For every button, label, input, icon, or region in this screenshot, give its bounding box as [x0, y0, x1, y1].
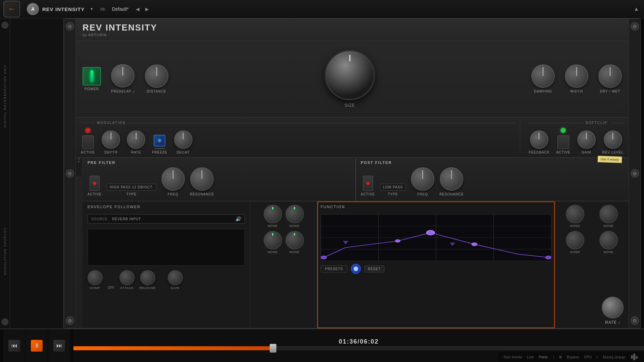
- mid-knob-2[interactable]: [285, 205, 304, 223]
- right-label-2: NONE: [603, 224, 613, 228]
- record-button[interactable]: [351, 264, 361, 274]
- power-button[interactable]: [83, 67, 101, 85]
- pause-icon: ⏸: [31, 340, 43, 352]
- comp-knob[interactable]: [88, 270, 103, 285]
- feedback-knob[interactable]: [530, 130, 548, 149]
- mid-led-3: [272, 233, 273, 236]
- plugin-dropdown-arrow[interactable]: ▼: [90, 7, 94, 11]
- mid-label-4: NONE: [289, 250, 300, 254]
- right-knob-2[interactable]: [599, 205, 618, 223]
- panic-label[interactable]: Panic: [539, 355, 548, 359]
- source-selector[interactable]: SOURCE: REVERB INPUT 🔊: [88, 214, 245, 224]
- source-label: SOURCE:: [91, 217, 109, 221]
- pre-filter-type-button[interactable]: HIGH PASS 12 DB/OCT.: [107, 184, 156, 191]
- skip-forward-icon: ⏭: [53, 340, 65, 352]
- release-knob[interactable]: [140, 270, 155, 285]
- right-knob-3[interactable]: [566, 231, 584, 249]
- reset-button[interactable]: RESET: [364, 265, 384, 273]
- mid-led-4: [294, 233, 295, 236]
- arturia-logo: A: [27, 3, 39, 15]
- predelay-knob[interactable]: [111, 64, 135, 87]
- svg-point-8: [427, 230, 434, 235]
- softclip-gain-group: GAIN: [577, 130, 596, 154]
- expand-button[interactable]: ▲: [632, 4, 641, 14]
- pre-filter-led: [93, 182, 96, 185]
- settings-right-bottom[interactable]: ⚙: [631, 316, 639, 325]
- pre-filter-freq-knob[interactable]: [161, 167, 185, 191]
- pause-button[interactable]: ⏸: [26, 329, 48, 362]
- decay-knob[interactable]: [174, 130, 193, 149]
- softclip-gain-label: GAIN: [582, 150, 591, 154]
- softclip-gain-knob[interactable]: [577, 130, 596, 149]
- time-display: 01:36/06:02: [339, 338, 379, 345]
- plugin-area: ⚙ ⚙ ⚙ ⚙ ⚙ ⚙ FILTERS REV INTENSITY by ART…: [64, 18, 641, 328]
- preset-path: III\: [100, 7, 105, 12]
- mid-knob-2-group: NONE: [285, 205, 304, 228]
- mid-knob-4-group: NONE: [285, 231, 304, 254]
- mod-active-led[interactable]: [86, 128, 90, 133]
- mod-depth-knob[interactable]: [102, 130, 120, 149]
- mid-knob-1[interactable]: [264, 205, 282, 223]
- env-gain-knob[interactable]: [168, 270, 183, 285]
- post-filter-res-group: RESONANCE: [439, 167, 464, 196]
- decay-group: DECAY: [174, 130, 193, 154]
- settings-icon-top[interactable]: ⚙: [66, 22, 74, 31]
- settings-icon-bottom[interactable]: ⚙: [66, 316, 74, 325]
- pre-filter-active-button[interactable]: [90, 176, 100, 191]
- post-filter-active-button[interactable]: [363, 176, 373, 191]
- mid-knob-4[interactable]: [285, 231, 304, 249]
- size-knob[interactable]: [325, 50, 375, 100]
- post-filter-freq-group: FREQ: [411, 167, 434, 196]
- post-filter-active-label: ACTIVE: [361, 192, 375, 196]
- distance-knob[interactable]: [145, 64, 168, 88]
- mod-rate-knob[interactable]: [127, 130, 145, 149]
- post-filter-type-button[interactable]: LOW PASS: [380, 184, 406, 191]
- release-label: RELEASE: [140, 286, 156, 290]
- next-preset-button[interactable]: ▶: [143, 6, 151, 12]
- post-filter-freq-knob[interactable]: [411, 167, 434, 191]
- rate-knob[interactable]: [602, 297, 624, 318]
- back-button[interactable]: ←: [3, 1, 20, 17]
- presets-button[interactable]: PRESETS: [321, 265, 347, 273]
- record-inner: [354, 266, 358, 271]
- settings-icon-filters[interactable]: ⚙: [66, 169, 74, 178]
- right-knob-1[interactable]: [566, 205, 584, 223]
- progress-thumb[interactable]: [270, 344, 276, 353]
- mid-knob-3[interactable]: [264, 231, 282, 249]
- settings-right-filters[interactable]: ⚙: [631, 169, 639, 178]
- mod-active-label: ACTIVE: [81, 150, 95, 154]
- plugin-name-header: REV INTENSITY: [42, 6, 85, 12]
- dry-wet-label: DRY / WET: [600, 89, 620, 93]
- width-knob[interactable]: [565, 64, 588, 88]
- comp-off-label: OFF: [108, 286, 114, 290]
- softclip-active-led: [561, 128, 566, 133]
- left-adjust-top[interactable]: [2, 22, 8, 28]
- svg-point-9: [472, 243, 477, 246]
- right-label-1: NONE: [570, 224, 580, 228]
- pre-filter-res-knob[interactable]: [190, 167, 214, 191]
- svg-marker-11: [343, 241, 348, 244]
- skip-forward-button[interactable]: ⏭: [48, 329, 70, 362]
- status-bar: Size Inertia Low Panic | ≡ Bypass CPU | …: [498, 352, 644, 362]
- settings-right-top[interactable]: ⚙: [631, 22, 639, 31]
- right-knob-4[interactable]: [599, 231, 618, 249]
- bypass-label[interactable]: Bypass: [567, 355, 579, 359]
- freeze-button[interactable]: ❄: [154, 135, 165, 146]
- dry-wet-knob[interactable]: [598, 64, 622, 88]
- eq-icon: ≡: [559, 354, 562, 360]
- preset-name: Default*: [112, 6, 129, 12]
- left-adjust-bottom[interactable]: [2, 318, 8, 325]
- damping-group: DAMPING: [531, 64, 555, 93]
- softclip-active-button[interactable]: [557, 135, 569, 149]
- rev-level-knob[interactable]: [604, 130, 622, 149]
- pre-filter-active-group: ACTIVE: [88, 176, 102, 196]
- damping-knob[interactable]: [531, 64, 555, 88]
- attack-knob[interactable]: [119, 270, 135, 285]
- skip-back-button[interactable]: ⏮: [3, 329, 25, 362]
- mid-label-3: NONE: [268, 250, 278, 254]
- post-filter-res-knob[interactable]: [440, 167, 463, 191]
- rate-group: Rate ♪: [602, 297, 624, 325]
- mod-active-button[interactable]: [82, 135, 94, 149]
- prev-preset-button[interactable]: ◀: [134, 6, 142, 12]
- pre-filter-active-label: ACTIVE: [88, 192, 102, 196]
